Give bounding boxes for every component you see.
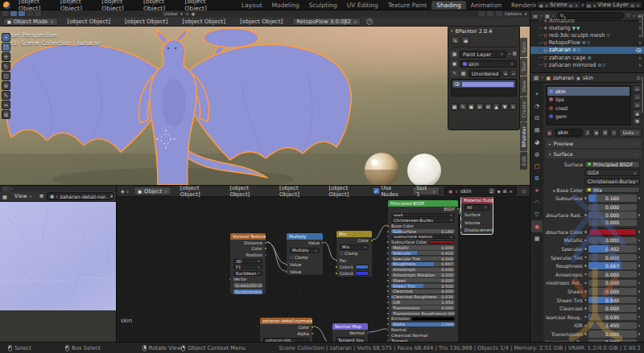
property-row[interactable]: IOR 1.450	[546, 322, 642, 330]
sidebar-tab[interactable]: Create	[520, 97, 527, 122]
node-row[interactable]: Emission	[388, 316, 458, 322]
tool-button[interactable]: ⊕	[2, 81, 10, 90]
properties-tab[interactable]: ⌖	[531, 88, 543, 100]
viewport-menu-item[interactable]: [object Object]	[179, 18, 229, 25]
input-socket[interactable]	[386, 252, 390, 255]
node-row[interactable]: Subsurface Radius∨	[388, 234, 458, 240]
bpainter-tool-button[interactable]: ▦	[451, 103, 458, 110]
bpainter-material-dropdown[interactable]: skin∨	[460, 60, 517, 68]
node-row[interactable]: Subsurface0.160	[388, 228, 458, 234]
node-menu-item[interactable]: [object Object]	[275, 185, 320, 198]
keyframe-dot[interactable]	[638, 231, 641, 233]
property-row[interactable]: Clearcoat 0.000	[546, 304, 642, 313]
dropdown[interactable]: GGX∨	[584, 169, 640, 176]
input-socket[interactable]	[386, 246, 390, 249]
input-socket[interactable]	[386, 295, 390, 298]
remove-layer-button[interactable]: −	[510, 70, 517, 76]
options-menu[interactable]: Options	[505, 11, 522, 16]
outliner-scrollbar[interactable]	[642, 14, 643, 38]
input-socket[interactable]	[386, 301, 390, 304]
mode-selector[interactable]: ■Object Mode∨	[3, 18, 58, 26]
collapse-icon[interactable]: ▾	[451, 28, 453, 35]
users-count[interactable]: 2	[489, 188, 495, 194]
workspace-tab[interactable]: Sculpting	[304, 1, 342, 10]
properties-scrollbar[interactable]	[642, 76, 643, 113]
node-menu-item[interactable]: [object Object]	[325, 185, 369, 198]
node-math-multiply[interactable]: Multiply ValueMultiply∨ClampValueValue	[286, 232, 324, 276]
node-image-selector[interactable]: zaharan-det...	[263, 338, 309, 342]
keyframe-dot[interactable]	[638, 316, 641, 318]
material-slot[interactable]: skin	[547, 87, 630, 96]
value-slider[interactable]: 0.500	[588, 297, 637, 304]
input-socket[interactable]	[386, 317, 390, 320]
value-slider[interactable]: 0.000	[588, 288, 637, 295]
node-color-field[interactable]: Subsurface Color	[391, 240, 455, 244]
material-slot[interactable]: crest	[547, 104, 630, 113]
keyframe-dot[interactable]	[638, 214, 641, 216]
chevron-down-icon[interactable]: ∨	[638, 40, 642, 45]
value-slider[interactable]: 0.000	[588, 330, 637, 338]
properties-tab[interactable]: ⊟	[531, 112, 543, 124]
node-slider[interactable]: Clearcoat0.000	[391, 289, 455, 293]
node-menu-item[interactable]: [object Object]	[225, 185, 270, 198]
outliner-row[interactable]: ▽ RetopoFlow ⚙▽ ∨	[530, 39, 644, 47]
node-mix-rgb[interactable]: Mix ColorMix∨ClampFacColor1Color2	[336, 230, 373, 277]
retopoflow-menu[interactable]: RetopoFlow 3.0.0β2∨	[292, 18, 361, 26]
node-slider[interactable]: Specular0.402	[391, 251, 455, 255]
input-socket[interactable]	[335, 265, 338, 269]
input-socket[interactable]	[386, 328, 390, 331]
node-row[interactable]: Vector	[230, 277, 266, 283]
tool-button[interactable]: ◱	[2, 72, 10, 80]
editor-type-icon[interactable]	[2, 187, 9, 191]
keyframe-dot[interactable]	[638, 325, 641, 327]
workspace-tab[interactable]: UV Editing	[342, 1, 383, 10]
color-swatch[interactable]	[588, 228, 637, 236]
input-socket[interactable]	[386, 235, 390, 238]
node-slider[interactable]: Anisotropic Rotation0.000	[391, 273, 455, 277]
node-slider[interactable]: Sheen Tint0.500	[391, 284, 455, 288]
breadcrumb-object[interactable]: zaharan	[553, 75, 574, 81]
node-row[interactable]: Color	[336, 237, 372, 244]
new-layer-icon[interactable]: ⊞	[630, 2, 634, 8]
viewport-menu-item[interactable]: [object Object]	[121, 18, 171, 25]
output-socket[interactable]	[264, 253, 267, 257]
vector-fields[interactable]: 0.0000.0000.000	[588, 204, 637, 227]
node-checkbox[interactable]: Clamp	[290, 255, 308, 260]
node-slider[interactable]: Metallic0.000	[391, 245, 455, 249]
shader-button[interactable]: Mix	[584, 187, 640, 194]
node-row[interactable]: F1∨	[230, 264, 266, 270]
transform-orientation[interactable]: Global∨∪◉	[163, 11, 195, 16]
material-browse-icon[interactable]: ◉	[546, 129, 553, 137]
viewport-3d[interactable]: Global∨∪◉ Options∨ ■Object Mode∨ [object…	[0, 10, 530, 185]
node-row[interactable]: Mix∨	[336, 244, 372, 250]
input-socket[interactable]	[386, 273, 390, 277]
chevron-down-icon[interactable]: ∨	[638, 63, 642, 68]
node-row[interactable]: Tangent	[388, 338, 458, 342]
keyframe-dot[interactable]	[638, 333, 641, 335]
node-dropdown[interactable]: Christensen-Burley∨	[391, 218, 455, 222]
properties-tab[interactable]: ◠	[531, 196, 543, 208]
node-dropdown[interactable]: Tangent Space∨	[336, 337, 365, 342]
blend-mode-dropdown[interactable]: Unordered Imag...∨	[469, 70, 501, 77]
input-socket[interactable]	[460, 228, 463, 232]
input-socket[interactable]	[386, 285, 390, 288]
slot-specials-button[interactable]: ∨	[633, 101, 642, 109]
gear-icon[interactable]: ⚙	[512, 51, 517, 57]
image-selector[interactable]: ▩∨zaharan-detail-nor..⊞×	[47, 192, 114, 200]
node-dropdown[interactable]: F1∨	[233, 265, 262, 269]
input-socket[interactable]	[386, 279, 390, 282]
bpainter-tool-button[interactable]: ✎	[459, 103, 466, 110]
tool-button[interactable]: ≍	[2, 101, 10, 109]
tool-button[interactable]: ✛	[2, 52, 10, 61]
node-color-field[interactable]: Color1	[340, 265, 369, 269]
input-socket[interactable]	[386, 312, 390, 315]
node-row[interactable]: Value	[287, 268, 323, 275]
node-slider[interactable]: Sheen0.000	[391, 278, 455, 282]
active-tool-icon[interactable]	[10, 11, 17, 16]
sidebar-tab[interactable]: Edit	[520, 152, 527, 170]
node-row[interactable]: Position	[230, 252, 266, 258]
node-row[interactable]: Transmission0.000	[388, 305, 458, 310]
delete-layer-icon[interactable]: ×	[636, 2, 640, 8]
node-row[interactable]: Distance	[230, 240, 266, 246]
tool-icon[interactable]	[35, 11, 41, 16]
